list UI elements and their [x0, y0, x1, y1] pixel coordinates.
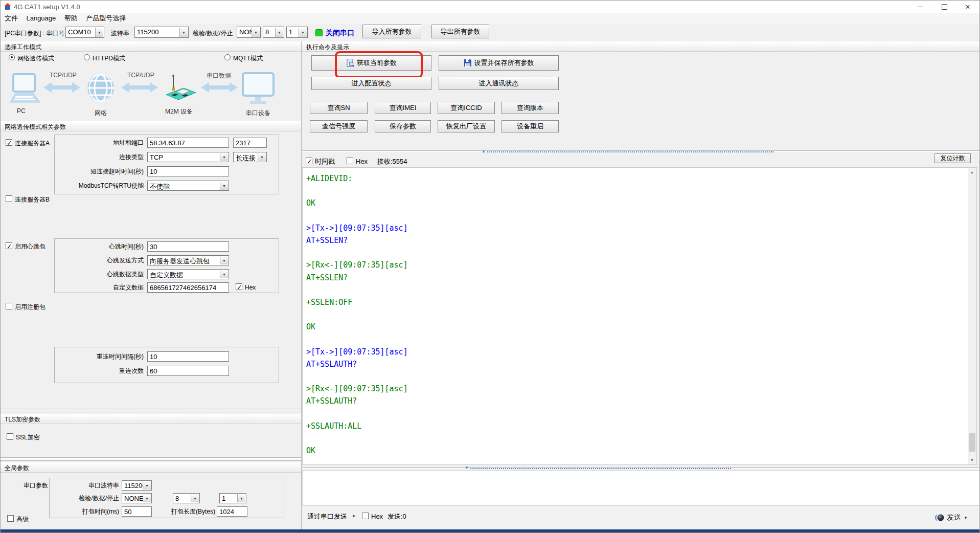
parity-label: 检验/数据/停止: [193, 30, 233, 37]
send-via-dropdown[interactable]: 通过串口发送: [307, 513, 347, 520]
send-button-label: 发送: [947, 513, 961, 522]
radio-httpd[interactable]: [84, 54, 90, 60]
timestamp-checkbox[interactable]: [306, 158, 312, 164]
server-a-address-input[interactable]: 58.34.63.87: [147, 138, 229, 148]
splitter-collapse-icon[interactable]: ▼: [465, 466, 469, 470]
divider: [1, 411, 301, 412]
splitter-collapse-icon[interactable]: ▲: [482, 149, 486, 153]
terminal-line: AT+SSLAUTH?: [306, 396, 976, 409]
query-sn-button[interactable]: 查询SN: [310, 102, 368, 114]
advanced-checkbox[interactable]: [7, 515, 14, 522]
arrow-icon: [121, 81, 158, 94]
ssl-checkbox[interactable]: [7, 433, 13, 440]
maximize-button[interactable]: [932, 1, 956, 13]
g-baud-select[interactable]: 115200 ▼: [122, 480, 152, 491]
terminal-scrollbar[interactable]: ▲ ▼: [968, 168, 976, 464]
enter-config-button[interactable]: 进入配置状态: [311, 77, 431, 90]
server-b-checkbox[interactable]: [6, 195, 12, 202]
parity-select[interactable]: NONI ▼: [237, 27, 261, 38]
net-params-header: 网络透传模式相关参数: [1, 121, 301, 131]
send-hex-checkbox[interactable]: [362, 513, 369, 519]
chevron-down-icon: ▼: [964, 516, 968, 520]
save-params-button[interactable]: 保存参数: [375, 120, 431, 132]
chevron-down-icon: ▼: [220, 256, 228, 264]
radio-mqtt[interactable]: [224, 54, 231, 60]
global-header: 全局参数: [1, 462, 301, 473]
export-params-button[interactable]: 导出所有参数: [431, 25, 489, 38]
hb-mode-select[interactable]: 向服务器发送心跳包 ▼: [147, 255, 229, 265]
conn-type-select[interactable]: TCP ▼: [147, 152, 229, 162]
hb-type-select[interactable]: 自定义数据 ▼: [147, 269, 229, 279]
g-pds-label: 检验/数据/停止: [68, 493, 119, 503]
splitter-dots[interactable]: [487, 151, 773, 152]
pc-serial-label: [PC串口参数] : 串口号: [5, 30, 64, 37]
title-bar: 4G CAT1 setup V1.4.0 ✕: [1, 1, 979, 13]
terminal-line: +SSLAUTH:ALL: [306, 421, 976, 434]
menu-language[interactable]: Language: [23, 13, 59, 23]
register-checkbox[interactable]: [6, 303, 12, 309]
radio-mqtt-label: MQTT模式: [233, 55, 263, 62]
g-databits-select[interactable]: 8 ▼: [173, 493, 200, 503]
hb-data-label: 自定义数据: [77, 282, 144, 293]
terminal-line: [306, 434, 976, 446]
recv-hex-checkbox[interactable]: [347, 158, 353, 164]
radio-net-transparent[interactable]: [9, 54, 15, 60]
send-input[interactable]: [302, 470, 980, 505]
factory-reset-button[interactable]: 恢复出厂设置: [438, 120, 495, 132]
reconnect-interval-input[interactable]: 10: [147, 351, 229, 362]
menu-product-model[interactable]: 产品型号选择: [83, 13, 129, 24]
terminal-line: >[Tx->][09:07:35][asc]: [306, 224, 976, 236]
serial-status-led: [315, 29, 323, 36]
server-a-checkbox[interactable]: [6, 139, 12, 146]
link3-label: 串口数据: [207, 72, 231, 80]
set-save-params-button[interactable]: 设置并保存所有参数: [439, 55, 559, 71]
hb-time-input[interactable]: 30: [147, 241, 229, 252]
chevron-down-icon: ▼: [275, 28, 283, 37]
packlen-input[interactable]: 1024: [217, 506, 247, 517]
databits-select[interactable]: 8 ▼: [263, 27, 284, 38]
heartbeat-checkbox[interactable]: [6, 242, 12, 249]
query-imei-button[interactable]: 查询IMEI: [375, 102, 431, 114]
g-stopbits-select[interactable]: 1 ▼: [219, 493, 246, 503]
reconnect-count-input[interactable]: 60: [147, 366, 229, 376]
scroll-down-icon[interactable]: ▼: [968, 456, 976, 464]
query-iccid-button[interactable]: 查询ICCID: [438, 102, 495, 114]
menu-file[interactable]: 文件: [2, 13, 21, 24]
hb-hex-checkbox[interactable]: [236, 283, 242, 290]
parity-value: NONI: [239, 28, 252, 36]
scroll-up-icon[interactable]: ▲: [968, 168, 976, 176]
g-stopbits-value: 1: [222, 495, 237, 502]
g-parity-select[interactable]: NONE ▼: [122, 493, 152, 503]
chevron-down-icon[interactable]: ▼: [352, 514, 356, 519]
modbus-select[interactable]: 不使能 ▼: [147, 181, 229, 191]
scrollbar-thumb[interactable]: [969, 433, 975, 452]
hb-data-input[interactable]: 686561727462656174: [147, 282, 229, 293]
query-version-button[interactable]: 查询版本: [502, 102, 559, 114]
device-restart-button[interactable]: 设备重启: [502, 120, 559, 132]
get-params-button[interactable]: 获取当前参数: [311, 55, 431, 71]
menu-help[interactable]: 帮助: [61, 13, 81, 24]
close-serial-button[interactable]: 关闭串口: [326, 29, 354, 38]
keepalive-select[interactable]: 长连接 ▼: [233, 152, 267, 162]
enter-comm-button[interactable]: 进入通讯状态: [439, 77, 559, 90]
packtime-input[interactable]: 50: [122, 506, 152, 517]
reset-counter-button[interactable]: 复位计数: [935, 153, 971, 163]
m2m-device-icon: [162, 74, 199, 105]
hb-mode-value: 向服务器发送心跳包: [150, 257, 220, 265]
timestamp-label: 时间戳: [315, 158, 335, 165]
chevron-down-icon: ▼: [95, 28, 103, 37]
baud-select[interactable]: 115200 ▼: [134, 27, 189, 38]
splitter-dots[interactable]: [470, 468, 731, 469]
import-params-button[interactable]: 导入所有参数: [362, 25, 421, 38]
minimize-button[interactable]: [909, 1, 932, 13]
stopbits-select[interactable]: 1 ▼: [286, 27, 308, 38]
terminal-output[interactable]: +ALIDEVID:OK>[Tx->][09:07:35][asc]AT+SSL…: [302, 167, 977, 465]
send-button[interactable]: 发送 ▼: [935, 512, 978, 523]
terminal-line: OK: [306, 446, 976, 458]
com-port-select[interactable]: COM10 ▼: [65, 27, 104, 38]
server-a-port-input[interactable]: 2317: [233, 138, 267, 148]
short-timeout-input[interactable]: 10: [147, 166, 229, 176]
query-signal-button[interactable]: 查信号强度: [310, 120, 368, 132]
close-button[interactable]: ✕: [956, 1, 979, 13]
serial-device-label: 串口设备: [246, 109, 270, 118]
